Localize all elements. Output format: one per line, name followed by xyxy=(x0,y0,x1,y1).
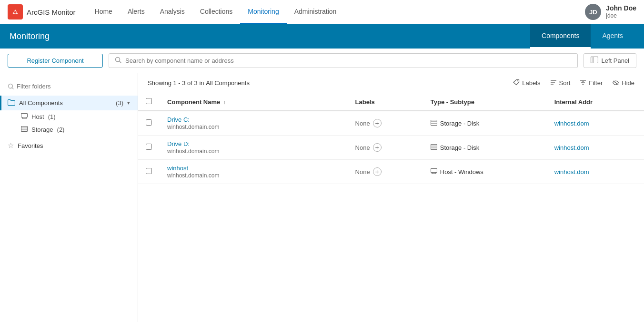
secondary-header: Monitoring Components Agents xyxy=(0,24,644,49)
svg-point-1 xyxy=(14,11,17,14)
component-address: winhost.domain.com xyxy=(167,172,304,179)
hide-action[interactable]: Hide xyxy=(612,79,634,87)
filter-icon xyxy=(8,83,14,89)
results-toolbar: Showing 1 - 3 of 3 in All Components Lab… xyxy=(138,73,644,93)
star-icon: ☆ xyxy=(8,141,14,150)
th-checkbox xyxy=(138,93,160,111)
th-type-subtype: Type - Subtype xyxy=(423,93,547,111)
add-label-button[interactable]: + xyxy=(373,143,382,152)
nav-home[interactable]: Home xyxy=(87,0,120,24)
user-menu[interactable]: JD John Doe jdoe xyxy=(585,4,636,20)
favorite-star-icon[interactable]: ☆ xyxy=(320,167,328,176)
top-navigation: ArcGIS Monitor Home Alerts Analysis Coll… xyxy=(0,0,644,24)
favorite-star-icon[interactable]: ☆ xyxy=(320,143,328,152)
row-checkbox-cell xyxy=(138,160,160,184)
labels-icon xyxy=(513,79,520,87)
left-panel-button[interactable]: Left Panel xyxy=(584,53,636,68)
select-all-checkbox[interactable] xyxy=(146,98,152,104)
row-checkbox[interactable] xyxy=(146,119,152,126)
status-icon: ? xyxy=(308,142,317,153)
components-table: Component Name ↑ Labels Type - Subtype I… xyxy=(138,93,644,184)
internal-address-link[interactable]: winhost.dom xyxy=(554,120,589,127)
internal-address-link[interactable]: winhost.dom xyxy=(554,144,589,151)
svg-point-34 xyxy=(309,167,316,175)
component-name-link[interactable]: Drive C: xyxy=(167,116,190,123)
labels-label: Labels xyxy=(522,79,540,87)
type-label: Storage - Disk xyxy=(440,120,479,127)
nav-monitoring[interactable]: Monitoring xyxy=(240,0,286,24)
header-tabs: Components Agents xyxy=(530,24,634,49)
svg-line-3 xyxy=(120,61,121,63)
internal-address-link[interactable]: winhost.dom xyxy=(554,168,589,176)
add-label-button[interactable]: + xyxy=(373,167,382,176)
app-logo[interactable]: ArcGIS Monitor xyxy=(8,4,76,20)
th-component-name[interactable]: Component Name ↑ xyxy=(160,93,348,111)
main-layout: All Components (3) ▾ Host (1) xyxy=(0,73,644,322)
status-icon xyxy=(308,166,317,177)
sort-asc-icon: ↑ xyxy=(223,100,226,105)
type-subtype-cell: Storage - Disk xyxy=(423,136,547,160)
nav-administration[interactable]: Administration xyxy=(287,0,344,24)
favorite-star-icon[interactable]: ☆ xyxy=(320,118,328,128)
filter-action-icon xyxy=(580,79,586,87)
search-input[interactable] xyxy=(125,57,572,64)
content-area: Showing 1 - 3 of 3 in All Components Lab… xyxy=(138,73,644,322)
component-address: winhost.domain.com xyxy=(167,124,304,130)
add-label-button[interactable]: + xyxy=(373,119,382,127)
labels-cell: None + xyxy=(348,160,423,184)
register-component-button[interactable]: Register Component xyxy=(8,54,103,68)
tab-agents[interactable]: Agents xyxy=(591,24,634,49)
svg-text:?: ? xyxy=(311,144,314,150)
svg-rect-31 xyxy=(431,145,437,150)
sidebar-item-storage[interactable]: Storage (2) xyxy=(0,123,138,136)
svg-rect-35 xyxy=(431,169,437,173)
svg-rect-4 xyxy=(591,57,598,63)
sort-icon xyxy=(550,79,557,87)
user-name: John Doe xyxy=(606,4,636,12)
svg-text:?: ? xyxy=(311,120,314,126)
hide-icon xyxy=(612,79,619,87)
filter-folders-input[interactable] xyxy=(17,83,130,90)
nav-alerts[interactable]: Alerts xyxy=(120,0,152,24)
nav-analysis[interactable]: Analysis xyxy=(152,0,192,24)
sort-action[interactable]: Sort xyxy=(550,79,571,87)
sidebar: All Components (3) ▾ Host (1) xyxy=(0,73,138,322)
label-none: None xyxy=(355,168,370,176)
left-panel-icon xyxy=(591,57,598,65)
hide-label: Hide xyxy=(622,79,634,87)
svg-line-7 xyxy=(12,88,13,89)
tab-components[interactable]: Components xyxy=(530,24,591,49)
type-icon xyxy=(431,119,437,127)
search-icon xyxy=(115,57,121,65)
th-labels: Labels xyxy=(348,93,423,111)
host-icon xyxy=(21,113,28,120)
sidebar-item-host[interactable]: Host (1) xyxy=(0,110,138,123)
toolbar-actions: Labels Sort xyxy=(513,79,634,87)
table-row: winhost winhost.domain.com ☆ ••• None + … xyxy=(138,160,644,184)
filter-folders-container xyxy=(0,81,138,96)
type-icon xyxy=(431,168,437,176)
component-name-cell: Drive C: winhost.domain.com ? ☆ ••• xyxy=(160,111,348,136)
labels-action[interactable]: Labels xyxy=(513,79,540,87)
sidebar-item-all-components[interactable]: All Components (3) ▾ xyxy=(0,96,138,110)
filter-action[interactable]: Filter xyxy=(580,79,603,87)
address-cell: winhost.dom xyxy=(547,111,644,136)
sidebar-item-favorites[interactable]: ☆ Favorites xyxy=(0,138,138,153)
app-name: ArcGIS Monitor xyxy=(27,8,76,16)
sort-label: Sort xyxy=(559,79,571,87)
svg-rect-26 xyxy=(431,120,437,126)
main-toolbar: Register Component Left Panel xyxy=(0,49,644,73)
component-name-link[interactable]: Drive D: xyxy=(167,140,190,147)
row-checkbox[interactable] xyxy=(146,144,152,150)
more-options-icon[interactable]: ••• xyxy=(331,167,340,176)
more-options-icon[interactable]: ••• xyxy=(331,143,340,152)
component-name-link[interactable]: winhost xyxy=(167,165,188,172)
svg-rect-8 xyxy=(21,114,28,117)
all-components-count: (3) xyxy=(116,99,123,107)
nav-collections[interactable]: Collections xyxy=(192,0,240,24)
more-options-icon[interactable]: ••• xyxy=(331,118,340,128)
type-subtype-cell: Storage - Disk xyxy=(423,111,547,136)
avatar: JD xyxy=(585,4,601,20)
th-address: Internal Addr xyxy=(547,93,644,111)
row-checkbox[interactable] xyxy=(146,168,152,174)
